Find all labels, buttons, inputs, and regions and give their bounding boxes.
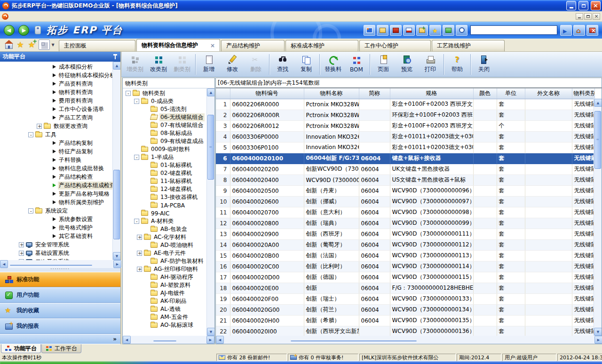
category-tree-item[interactable]: AG-丝印移印物料 bbox=[123, 265, 206, 273]
toolbar-button[interactable]: 删除 bbox=[244, 53, 268, 76]
banner-button[interactable] bbox=[560, 25, 572, 36]
category-tree-item[interactable]: AE-电子元件 bbox=[123, 249, 206, 257]
status-segment[interactable]: 期间:2012.4 bbox=[457, 354, 501, 361]
scroll-up-icon[interactable]: ▲ bbox=[113, 62, 120, 70]
column-header[interactable]: 单位 bbox=[497, 88, 525, 99]
table-row[interactable]: 180600400020E00创新06004F/G：7300000000128H… bbox=[216, 283, 594, 293]
document-tab[interactable]: 工作中心维护 bbox=[359, 40, 431, 51]
scroll-down-icon[interactable]: ▼ bbox=[113, 252, 120, 260]
function-tree-item[interactable]: 批号格式维护 bbox=[0, 223, 112, 232]
table-row[interactable]: 120600400020800创新（瑞典）06004WCV90D（7300000… bbox=[216, 218, 594, 229]
column-header[interactable]: 物料编号 bbox=[230, 88, 304, 99]
banner-button[interactable] bbox=[429, 25, 441, 36]
function-tree-item[interactable]: 特征物料成本模拟分析 bbox=[0, 71, 112, 79]
banner-button[interactable] bbox=[416, 25, 428, 36]
function-tree-item[interactable]: 系统设定 bbox=[0, 206, 112, 215]
category-tree-item[interactable]: AH-驱动程序 bbox=[123, 273, 206, 281]
document-tab[interactable]: 产品结构维护 bbox=[221, 40, 285, 51]
column-header[interactable]: 颜色 bbox=[473, 88, 497, 99]
expander-icon[interactable] bbox=[19, 259, 24, 261]
more-panels-chevron[interactable] bbox=[0, 334, 120, 344]
toolbar-button[interactable]: 替换料 bbox=[321, 53, 345, 76]
function-tree-item[interactable]: 产品结构检查 bbox=[0, 173, 112, 181]
column-header[interactable]: 规格 bbox=[390, 88, 473, 99]
toolbar-button[interactable]: 新增 bbox=[197, 53, 221, 76]
toolbar-button[interactable]: 查找 bbox=[271, 53, 294, 76]
function-tree-item[interactable]: 产品工艺查询 bbox=[0, 113, 112, 122]
scroll-right-icon[interactable]: ▶ bbox=[206, 336, 214, 344]
category-vertical-scrollbar[interactable]: ▲ ≡ ▼ bbox=[206, 88, 214, 336]
table-row[interactable]: 506003306P0100Innovation MKO326W(备彩盒+010… bbox=[216, 142, 594, 153]
scroll-left-icon[interactable]: ◀ bbox=[216, 336, 224, 344]
pin-icon[interactable] bbox=[113, 54, 118, 60]
scroll-down-icon[interactable]: ▼ bbox=[207, 328, 214, 336]
menu-item[interactable] bbox=[45, 16, 54, 17]
table-row[interactable]: 110600400020700创新（意大利）06004WCV90D（730000… bbox=[216, 207, 594, 218]
banner-button[interactable] bbox=[377, 25, 388, 36]
favorite-star-icon[interactable] bbox=[15, 40, 25, 50]
function-tree-item[interactable]: 安全管理系统 bbox=[0, 240, 112, 249]
sidebar-panel-button[interactable]: 我的报表 bbox=[0, 318, 120, 334]
function-tree-item[interactable]: 工作中心设备清单 bbox=[0, 105, 112, 113]
sidebar-panel-button[interactable]: 标准功能 bbox=[0, 272, 120, 287]
category-tree-item[interactable]: 12-键盘裸机 bbox=[123, 185, 206, 193]
toolbar-button[interactable]: 页面 bbox=[372, 53, 395, 76]
expander-icon[interactable] bbox=[37, 124, 42, 129]
scroll-down-icon[interactable]: ▼ bbox=[594, 328, 602, 336]
category-tree-item[interactable]: 1A-PCBA bbox=[123, 201, 206, 209]
forward-button[interactable] bbox=[18, 25, 29, 36]
function-tree-item[interactable]: 物料资料查询 bbox=[0, 88, 112, 96]
scroll-left-icon[interactable]: ◀ bbox=[123, 336, 131, 344]
scroll-up-icon[interactable]: ▲ bbox=[594, 99, 602, 107]
menu-item[interactable] bbox=[54, 16, 62, 17]
column-header[interactable]: 外文名称 bbox=[525, 88, 572, 99]
category-tree-item[interactable]: AC-化学材料 bbox=[123, 233, 206, 241]
toolbar-button[interactable]: 帮助 bbox=[445, 53, 469, 76]
category-tree-item[interactable]: A-材料类 bbox=[123, 217, 206, 225]
function-tree-item[interactable]: 物料所属类别维护 bbox=[0, 198, 112, 206]
back-button[interactable] bbox=[4, 25, 15, 36]
function-tree-item[interactable]: 更新产品名称与规格 bbox=[0, 190, 112, 198]
category-tree-item[interactable]: 01-鼠标裸机 bbox=[123, 161, 206, 169]
expander-icon[interactable] bbox=[134, 99, 139, 104]
table-row[interactable]: 150600400020B00创新（法国）06004WCV90D（7300000… bbox=[216, 250, 594, 261]
sidebar-bottom-tab[interactable]: 工作平台 bbox=[41, 344, 81, 353]
table-row[interactable]: 140600400020A00创新（葡萄牙）06004WCV90D（730000… bbox=[216, 239, 594, 250]
toolbar-button[interactable]: 修改 bbox=[221, 53, 244, 76]
table-row[interactable]: 200600400020G00创新（荷兰）06004WCV90D（7300000… bbox=[216, 304, 594, 315]
expander-icon[interactable] bbox=[19, 242, 24, 247]
function-tree-item[interactable]: 物料信息成批替换 bbox=[0, 164, 112, 173]
category-tree-item[interactable]: AD-喷油物料 bbox=[123, 241, 206, 249]
function-tree-item[interactable]: 产品结构复制 bbox=[0, 139, 112, 147]
mdi-close-button[interactable] bbox=[593, 13, 600, 20]
expander-icon[interactable] bbox=[137, 267, 142, 272]
function-tree-item[interactable]: 其它基础资料 bbox=[0, 232, 112, 240]
toolbar-button[interactable]: 删类别 bbox=[170, 53, 194, 76]
banner-button[interactable] bbox=[586, 25, 598, 36]
expander-icon[interactable] bbox=[134, 155, 139, 160]
expander-icon[interactable] bbox=[134, 219, 139, 224]
table-row[interactable]: 160600400020C00创新（比利时）06004WCV90D（730000… bbox=[216, 261, 594, 272]
expander-icon[interactable] bbox=[28, 132, 33, 137]
mdi-minimize-button[interactable] bbox=[576, 13, 583, 20]
close-button[interactable] bbox=[591, 1, 601, 10]
document-tab[interactable]: 物料资料综合信息维护 bbox=[136, 39, 220, 51]
function-tree-item[interactable]: 系统参数设置 bbox=[0, 215, 112, 223]
category-tree-item[interactable]: 0-成品类 bbox=[123, 97, 206, 105]
quick-search-input[interactable] bbox=[470, 25, 557, 35]
table-row[interactable]: 130600400020900创新（西班牙）06004WCV90D（730000… bbox=[216, 229, 594, 239]
category-tree-item[interactable]: 05-清洗剂 bbox=[123, 105, 206, 113]
column-header[interactable]: 物料类别 bbox=[572, 88, 594, 99]
column-header[interactable] bbox=[216, 88, 230, 99]
splitter-handle[interactable]: ········· bbox=[0, 268, 120, 272]
category-tree-item[interactable]: 06-无线键鼠组合 bbox=[123, 113, 206, 121]
function-tree-item[interactable]: 成本模拟分析 bbox=[0, 63, 112, 71]
toolbar-button[interactable]: 复制 bbox=[294, 53, 318, 76]
document-tab[interactable]: 工艺路线维护 bbox=[432, 40, 505, 51]
category-tree-item[interactable]: AL-透镜 bbox=[123, 305, 206, 313]
scroll-right-icon[interactable]: ▶ bbox=[113, 260, 121, 268]
function-tree-item[interactable]: 基础设置系统 bbox=[0, 249, 112, 257]
table-row[interactable]: 170600400020D00创新（德国）06004WCV90D（7300000… bbox=[216, 272, 594, 283]
toolbar-button[interactable]: 改类别 bbox=[147, 53, 170, 76]
function-tree-item[interactable]: 产品资料查询 bbox=[0, 79, 112, 88]
